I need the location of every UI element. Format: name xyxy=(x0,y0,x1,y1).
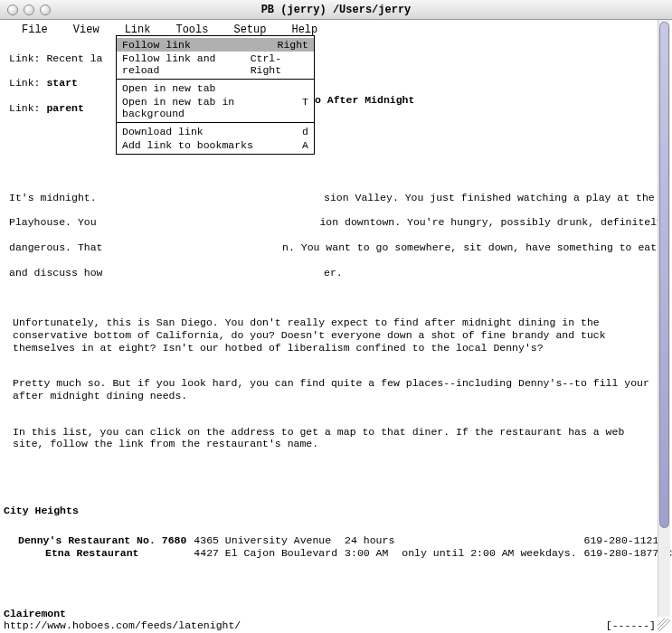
window-title: PB (jerry) /Users/jerry xyxy=(0,4,672,16)
window-controls xyxy=(0,5,51,15)
body-row-3: dangerous. Thatn. You want to go somewhe… xyxy=(9,241,663,254)
table-row[interactable]: Etna Restaurant 4427 El Cajon Boulevard … xyxy=(18,547,672,560)
resize-handle[interactable] xyxy=(658,619,670,631)
section-city-heights: City Heights xyxy=(4,505,663,517)
section-clairemont: Clairemont xyxy=(4,608,663,619)
menu-link[interactable]: Link xyxy=(125,24,151,36)
menu-help[interactable]: Help xyxy=(291,24,317,36)
body-row-2: Playhouse. Youion downtown. You're hungr… xyxy=(9,216,663,229)
start-link-line[interactable]: Link: start xyxy=(9,77,663,90)
city-heights-table: Denny's Restaurant No. 7680 4365 Univers… xyxy=(18,534,672,560)
table-row[interactable]: Denny's Restaurant No. 7680 4365 Univers… xyxy=(18,534,672,547)
recent-link-line: Link: Recent la xyxy=(9,52,663,65)
scrollbar-track[interactable] xyxy=(658,20,670,617)
page-content: Link: Recent la Link: start Link: parent… xyxy=(0,40,672,619)
statusbar: http://www.hoboes.com/feeds/latenight/ [… xyxy=(0,619,672,631)
body-row-1: It's midnight.sion Valley. You just fini… xyxy=(9,192,663,204)
status-url: http://www.hoboes.com/feeds/latenight/ xyxy=(4,619,241,631)
menu-tools[interactable]: Tools xyxy=(175,24,208,36)
menu-follow-link-reload[interactable]: Follow link and reloadCtrl-Right xyxy=(117,52,314,77)
menu-view[interactable]: View xyxy=(73,24,99,36)
menu-open-new-tab-bg[interactable]: Open in new tab in backgroundT xyxy=(117,95,314,120)
scrollbar-thumb[interactable] xyxy=(659,22,669,528)
menu-setup[interactable]: Setup xyxy=(233,24,266,36)
status-indicator: [------] xyxy=(606,619,656,631)
menu-download-link[interactable]: Download linkd xyxy=(117,125,314,138)
page-title-fragment: o After Midnight xyxy=(315,94,414,107)
titlebar: PB (jerry) /Users/jerry xyxy=(0,0,672,20)
body-row-4: and discuss hower. xyxy=(9,267,663,279)
menu-add-bookmark[interactable]: Add link to bookmarksA xyxy=(117,138,314,152)
body-paragraph-2: Pretty much so. But if you look hard, yo… xyxy=(13,377,659,402)
menu-follow-link[interactable]: Follow linkRight xyxy=(117,38,314,52)
close-icon[interactable] xyxy=(7,5,18,15)
menu-file[interactable]: File xyxy=(22,24,48,36)
body-paragraph-1: Unfortunately, this is San Diego. You do… xyxy=(13,316,659,354)
zoom-icon[interactable] xyxy=(40,5,51,15)
menu-open-new-tab[interactable]: Open in new tab xyxy=(117,81,314,95)
body-paragraph-3: In this list, you can click on the addre… xyxy=(13,426,659,451)
minimize-icon[interactable] xyxy=(24,5,34,15)
menubar: File View Link Tools Setup Help xyxy=(0,20,672,40)
link-context-menu: Follow linkRight Follow link and reloadC… xyxy=(116,35,315,155)
